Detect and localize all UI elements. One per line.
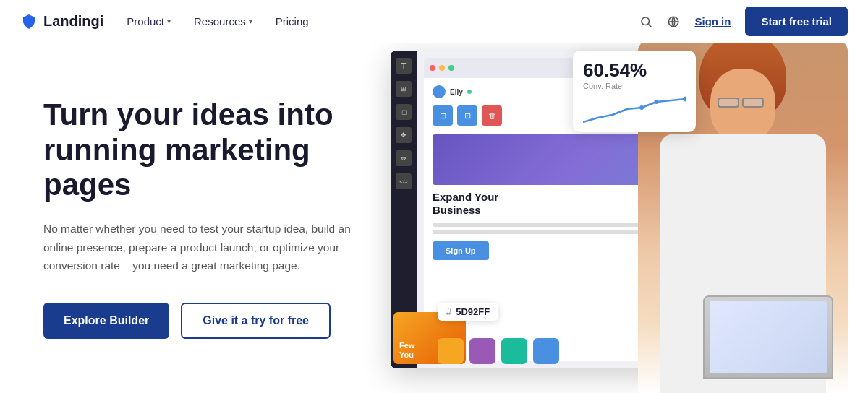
text-line-2 (433, 230, 650, 234)
conversion-rate-value: 60.54% (583, 59, 686, 82)
hex-value: 5D92FF (456, 306, 490, 317)
tb-btn-3: 🗑 (482, 105, 502, 126)
conversion-chart (583, 95, 686, 124)
nav-left: Landingi Product ▾ Resources ▾ Pricing (20, 13, 309, 30)
swatch-blue (533, 338, 559, 364)
hex-hash: # (446, 306, 451, 317)
hero-section: Turn your ideas into running marketing p… (0, 43, 868, 393)
explore-builder-button[interactable]: Explore Builder (43, 303, 169, 339)
tool-code: </> (396, 173, 412, 189)
color-swatches-row (438, 338, 559, 364)
tool-text: T (396, 58, 412, 74)
chevron-down-icon: ▾ (167, 17, 171, 25)
swatch-teal (501, 338, 527, 364)
tool-move: ✥ (396, 127, 412, 143)
logo[interactable]: Landingi (20, 13, 103, 30)
logo-text: Landingi (43, 13, 103, 30)
free-trial-button[interactable]: Give it a try for free (181, 303, 331, 339)
laptop-image (703, 295, 833, 379)
swatch-orange (438, 338, 464, 364)
dot-green (448, 65, 454, 71)
hero-text-block: Turn your ideas into running marketing p… (43, 98, 391, 339)
globe-button[interactable] (667, 15, 680, 28)
swatch-purple (469, 338, 495, 364)
navbar: Landingi Product ▾ Resources ▾ Pricing S… (0, 0, 868, 43)
nav-resources-link[interactable]: Resources ▾ (194, 15, 252, 27)
conversion-rate-label: Conv. Rate (583, 82, 686, 90)
canvas-cta-button: Sign Up (433, 241, 489, 260)
nav-right: Sign in Start free trial (639, 7, 848, 36)
tool-scale: ⇔ (396, 150, 412, 166)
color-hex-badge: # 5D92FF (438, 303, 498, 321)
canvas-username: Elly (450, 88, 463, 96)
tool-image: ⊞ (396, 81, 412, 97)
chevron-down-icon: ▾ (249, 17, 252, 25)
globe-icon (667, 15, 680, 28)
svg-line-1 (649, 24, 652, 27)
svg-point-5 (639, 105, 644, 110)
svg-point-0 (642, 17, 650, 25)
hero-buttons: Explore Builder Give it a try for free (43, 303, 362, 339)
tool-shape: ◻ (396, 104, 412, 120)
nav-pricing-link[interactable]: Pricing (276, 15, 309, 27)
online-dot (467, 90, 472, 94)
tb-btn-1: ⊞ (433, 105, 453, 126)
signin-link[interactable]: Sign in (694, 15, 731, 27)
nav-product-link[interactable]: Product ▾ (127, 15, 171, 27)
hero-description: No matter whether you need to test your … (43, 220, 362, 275)
logo-icon (20, 13, 38, 30)
search-button[interactable] (639, 15, 652, 28)
tb-btn-2: ⊡ (457, 105, 477, 126)
dot-red (430, 65, 435, 71)
start-trial-button[interactable]: Start free trial (745, 7, 848, 36)
canvas-avatar (433, 85, 446, 98)
svg-point-3 (683, 97, 686, 102)
search-icon (639, 15, 652, 28)
dot-yellow (439, 65, 445, 71)
hero-visual: 60.54% Conv. Rate T ⊞ ◻ ✥ ⇔ </> (391, 43, 848, 393)
conversion-rate-card: 60.54% Conv. Rate (573, 51, 696, 132)
hero-title: Turn your ideas into running marketing p… (43, 98, 362, 202)
svg-point-4 (654, 100, 658, 104)
